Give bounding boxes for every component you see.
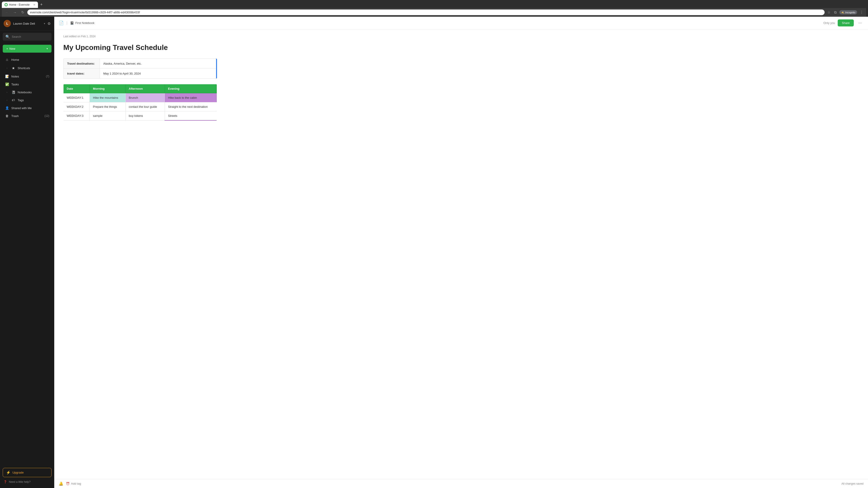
row1-evening: Hike back to the cabin [165, 93, 217, 102]
new-plus-icon: + [6, 47, 8, 51]
reminder-bell-button[interactable]: 🔔 [59, 482, 63, 486]
shortcuts-icon: ★ [11, 66, 16, 70]
split-button[interactable]: ⧉ [833, 9, 837, 15]
row3-date: WEEKDAY:3 [64, 111, 90, 121]
row2-evening: Straight to the next destination [165, 102, 217, 111]
tasks-icon: ✅ [5, 83, 9, 86]
new-tab-button[interactable]: + [38, 1, 44, 8]
sidebar-item-shortcuts-label: Shortcuts [18, 66, 30, 70]
new-arrow-icon: ▾ [46, 47, 48, 50]
notes-badge: (7) [46, 75, 49, 78]
search-label: Search [12, 35, 21, 38]
row3-morning: sample [90, 111, 125, 121]
sidebar-item-notebooks[interactable]: › 📓 Notebooks [1, 88, 53, 96]
back-button[interactable]: ← [4, 9, 10, 15]
add-tag-button[interactable]: ⏰ Add tag [66, 482, 81, 485]
row1-afternoon: Brunch [125, 93, 165, 102]
toolbar-divider: | [66, 21, 67, 25]
sidebar-item-notes[interactable]: 📝 Notes (7) [1, 72, 53, 80]
home-icon: ⌂ [5, 58, 9, 62]
sidebar-item-notebooks-label: Notebooks [18, 91, 32, 94]
sidebar-item-trash[interactable]: 🗑 Trash (12) [1, 112, 53, 120]
more-options-button[interactable]: ··· [857, 20, 864, 26]
sidebar-item-shared[interactable]: 👤 Shared with Me [1, 104, 53, 112]
tags-expand-icon: › [5, 99, 9, 101]
info-row-dates: travel dates: May 1 2024 to April 30, 20… [64, 69, 216, 78]
notebook-name: First Notebook [75, 21, 94, 25]
note-content-area: Last edited on Feb 1, 2024 My Upcoming T… [54, 29, 868, 479]
notebooks-expand-icon: › [5, 91, 9, 94]
help-button[interactable]: ❓ Need a little help? [3, 479, 52, 485]
note-title: My Upcoming Travel Schedule [63, 43, 859, 52]
tags-icon: 🏷 [11, 98, 16, 102]
settings-button[interactable]: ⚙ [48, 22, 51, 26]
shared-icon: 👤 [5, 106, 9, 110]
incognito-icon: 🕵 [841, 11, 844, 14]
col-header-date: Date [64, 84, 90, 93]
dates-value: May 1 2024 to April 30, 2024 [100, 69, 216, 78]
schedule-row-2: WEEKDAY:2 Prepare the things contact the… [64, 102, 217, 111]
sidebar-item-shortcuts[interactable]: › ★ Shortcuts [1, 64, 53, 72]
trash-icon: 🗑 [5, 114, 9, 118]
search-button[interactable]: 🔍 Search [3, 33, 52, 41]
url-text: evernote.com/client/web?login=true#/note… [30, 11, 822, 14]
sidebar-item-tags[interactable]: › 🏷 Tags [1, 96, 53, 104]
col-header-afternoon: Afternoon [125, 84, 165, 93]
col-header-morning: Morning [90, 84, 125, 93]
app-container: L Lauren Dale Deli ▾ ⚙ 🔍 Search + New ▾ … [0, 17, 868, 488]
notebook-icon: 📓 [70, 21, 74, 25]
dates-label: travel dates: [64, 69, 100, 78]
tab-favicon [4, 3, 8, 6]
avatar: L [4, 20, 11, 27]
row3-evening: Streets [165, 111, 217, 121]
sidebar-item-shared-label: Shared with Me [11, 106, 32, 110]
active-tab[interactable]: Home - Evernote × [2, 2, 38, 8]
sidebar-footer: ⚡ Upgrade ❓ Need a little help? [0, 465, 54, 488]
schedule-header-row: Date Morning Afternoon Evening [64, 84, 217, 93]
upgrade-button[interactable]: ⚡ Upgrade [3, 468, 52, 477]
schedule-row-1: WEEKDAY:1 Hike the mountains Brunch Hike… [64, 93, 217, 102]
note-toolbar: 📄 | 📓 First Notebook Only you Share ··· [54, 17, 868, 29]
incognito-label: Incognito [845, 11, 855, 14]
browser-more-button[interactable]: ⋮ [859, 9, 864, 15]
new-label: New [9, 47, 16, 51]
help-label: Need a little help? [9, 480, 31, 484]
user-name: Lauren Dale Deli [13, 22, 41, 25]
sidebar-nav: ⌂ Home › ★ Shortcuts 📝 Notes (7) ✅ Tasks… [0, 55, 54, 465]
sidebar-item-trash-label: Trash [11, 114, 19, 118]
upgrade-label: Upgrade [12, 471, 24, 474]
row1-date: WEEKDAY:1 [64, 93, 90, 102]
share-button[interactable]: Share [838, 20, 854, 26]
row1-morning: Hike the mountains [90, 93, 125, 102]
info-row-destinations: Travel destinations: Alaska, America, De… [64, 59, 216, 69]
notebook-link[interactable]: 📓 First Notebook [70, 21, 94, 25]
sidebar-item-home[interactable]: ⌂ Home [1, 56, 53, 64]
save-status: All changes saved [842, 482, 864, 485]
schedule-table: Date Morning Afternoon Evening WEEKDAY:1… [63, 84, 217, 121]
address-bar[interactable]: evernote.com/client/web?login=true#/note… [27, 9, 825, 15]
sidebar-item-tasks-label: Tasks [11, 83, 19, 86]
search-icon: 🔍 [5, 35, 10, 39]
row3-afternoon: buy tokens [125, 111, 165, 121]
sidebar-item-home-label: Home [11, 58, 19, 61]
schedule-row-3: WEEKDAY:3 sample buy tokens Streets [64, 111, 217, 121]
svg-point-0 [5, 4, 7, 6]
sidebar-header: L Lauren Dale Deli ▾ ⚙ [0, 17, 54, 31]
row2-morning: Prepare the things [90, 102, 125, 111]
help-icon: ❓ [4, 480, 7, 484]
sidebar-item-notes-label: Notes [11, 75, 19, 78]
sidebar-item-tasks[interactable]: ✅ Tasks [1, 80, 53, 88]
trash-badge: (12) [44, 114, 49, 118]
notes-icon: 📝 [5, 74, 9, 78]
reload-button[interactable]: ↻ [20, 9, 26, 15]
tab-close-button[interactable]: × [33, 3, 35, 6]
incognito-badge: 🕵 Incognito [839, 10, 857, 14]
sidebar-item-tags-label: Tags [18, 98, 24, 102]
note-footer: 🔔 ⏰ Add tag All changes saved [54, 479, 868, 488]
tab-title: Home - Evernote [9, 3, 30, 6]
info-table: Travel destinations: Alaska, America, De… [63, 59, 217, 78]
bookmark-button[interactable]: ☆ [827, 9, 831, 15]
forward-button[interactable]: → [12, 9, 18, 15]
destinations-label: Travel destinations: [64, 59, 100, 68]
new-button[interactable]: + New ▾ [3, 45, 52, 53]
